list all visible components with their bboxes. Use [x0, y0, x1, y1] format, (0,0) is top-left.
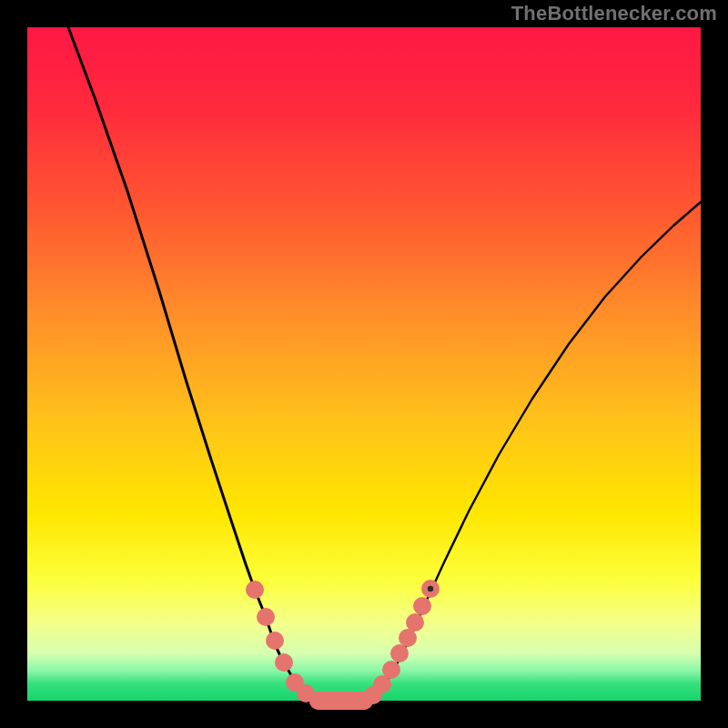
- marker-left-3: [275, 653, 293, 672]
- marker-right-4: [390, 644, 409, 662]
- marker-right-6: [406, 613, 424, 632]
- marker-right-3: [382, 661, 400, 679]
- marker-left-0: [246, 581, 264, 599]
- marker-right-tip-pip: [428, 586, 433, 592]
- watermark-text: TheBottlenecker.com: [511, 2, 717, 25]
- marker-right-7: [413, 597, 431, 615]
- chart-svg: [0, 0, 728, 728]
- marker-left-2: [266, 632, 284, 650]
- marker-right-5: [399, 629, 417, 647]
- marker-left-1: [257, 608, 275, 626]
- plot-gradient: [27, 27, 701, 701]
- marker-left-6: [309, 692, 328, 710]
